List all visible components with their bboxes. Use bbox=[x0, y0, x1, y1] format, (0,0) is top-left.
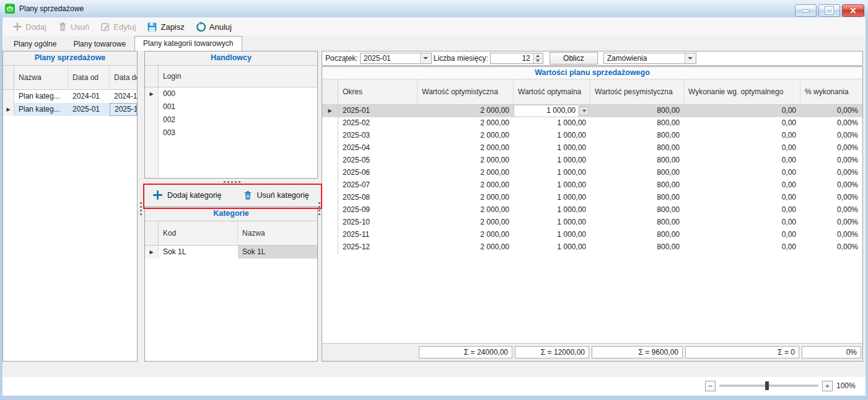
row-indicator bbox=[322, 241, 338, 254]
chevron-down-icon[interactable] bbox=[420, 53, 431, 63]
horizontal-splitter[interactable] bbox=[144, 179, 318, 185]
cell-kod: Sok 1L bbox=[159, 246, 238, 259]
cell-login: 000 bbox=[159, 87, 317, 100]
column-header-kod[interactable]: Kod bbox=[159, 221, 238, 245]
table-row[interactable]: ▶2025-012 000,001 000,00800,000,000,00% bbox=[322, 105, 862, 117]
close-button[interactable] bbox=[842, 4, 864, 17]
cell-procent: 0,00% bbox=[800, 192, 862, 204]
edit-button[interactable]: Edytuj bbox=[95, 20, 141, 33]
save-button[interactable]: Zapisz bbox=[142, 20, 189, 34]
trash-icon bbox=[243, 190, 253, 200]
months-input[interactable] bbox=[491, 53, 533, 63]
zoom-out-button[interactable]: − bbox=[705, 381, 716, 391]
source-combobox[interactable]: Zamówienia bbox=[603, 53, 696, 64]
row-indicator bbox=[145, 113, 159, 127]
table-row[interactable]: 2025-022 000,001 000,00800,000,000,00% bbox=[322, 117, 862, 130]
indicator-column-header bbox=[322, 79, 338, 104]
zoom-slider[interactable] bbox=[719, 384, 818, 387]
maximize-button[interactable] bbox=[818, 4, 840, 17]
table-row[interactable]: 2025-052 000,001 000,00800,000,000,00% bbox=[322, 154, 862, 167]
editor-dropdown-button[interactable] bbox=[579, 106, 589, 116]
cell-okres: 2025-05 bbox=[338, 154, 418, 167]
table-row[interactable]: 2025-042 000,001 000,00800,000,000,00% bbox=[322, 142, 862, 154]
spin-up-button[interactable] bbox=[533, 53, 543, 59]
table-row[interactable]: 2025-072 000,001 000,00800,000,000,00% bbox=[322, 179, 862, 192]
table-row[interactable]: 2025-032 000,001 000,00800,000,000,00% bbox=[322, 130, 862, 142]
delete-button[interactable]: Usuń bbox=[53, 20, 94, 33]
sales-plans-header: Nazwa Data od Data do bbox=[3, 66, 137, 90]
row-indicator bbox=[322, 216, 338, 229]
months-spinner[interactable] bbox=[490, 53, 543, 64]
row-indicator bbox=[322, 204, 338, 216]
cell-data-od: 2024-01 bbox=[68, 90, 110, 103]
column-header-data-do[interactable]: Data do bbox=[110, 66, 137, 89]
column-header-nazwa[interactable]: Nazwa bbox=[14, 66, 68, 89]
cell-procent: 0,00% bbox=[800, 241, 862, 254]
cell-procent: 0,00% bbox=[800, 179, 862, 192]
table-row[interactable]: 2025-092 000,001 000,00800,000,000,00% bbox=[322, 204, 862, 216]
tab-plany-towarowe[interactable]: Plany towarowe bbox=[65, 38, 134, 51]
zoom-slider-thumb[interactable] bbox=[765, 381, 769, 390]
cell-login: 001 bbox=[159, 100, 317, 113]
splitter-grip-icon bbox=[318, 202, 320, 215]
column-header-procent[interactable]: % wykonania bbox=[800, 79, 862, 104]
list-item[interactable]: ▶000 bbox=[145, 87, 317, 100]
table-row[interactable]: 2025-062 000,001 000,00800,000,000,00% bbox=[322, 167, 862, 179]
table-row[interactable]: ▶Plan kateg...2025-012025-12 bbox=[3, 103, 137, 116]
cell-optymalna-editor[interactable]: 1 000,00 bbox=[514, 105, 590, 117]
remove-category-button[interactable]: Usuń kategorię bbox=[243, 190, 309, 200]
spin-down-button[interactable] bbox=[533, 59, 543, 64]
cell-optymistyczna: 2 000,00 bbox=[418, 105, 514, 117]
column-header-login[interactable]: Login bbox=[159, 66, 317, 87]
current-row-arrow: ▶ bbox=[6, 107, 10, 112]
indicator-column-header bbox=[3, 66, 14, 89]
cell-pesymistyczna: 800,00 bbox=[590, 229, 684, 241]
chevron-down-icon[interactable] bbox=[685, 53, 696, 63]
column-header-data-od[interactable]: Data od bbox=[68, 66, 110, 89]
splitter-grip-icon bbox=[224, 181, 240, 183]
cell-optymistyczna: 2 000,00 bbox=[418, 216, 514, 229]
cell-optymistyczna: 2 000,00 bbox=[418, 179, 514, 192]
tab-plany-kategorii[interactable]: Plany kategorii towarowych bbox=[134, 36, 242, 51]
add-category-button[interactable]: Dodaj kategorię bbox=[152, 190, 222, 200]
minimize-button[interactable] bbox=[795, 4, 817, 17]
table-row[interactable]: 2025-102 000,001 000,00800,000,000,00% bbox=[322, 216, 862, 229]
categories-panel: Kategorie Kod Nazwa ▶Sok 1LSok 1L bbox=[144, 207, 318, 362]
list-item[interactable]: 001 bbox=[145, 100, 317, 113]
row-indicator bbox=[322, 229, 338, 241]
start-period-combobox[interactable]: 2025-01 bbox=[360, 53, 432, 64]
calculate-button[interactable]: Oblicz bbox=[550, 52, 598, 64]
list-item[interactable]: 002 bbox=[145, 113, 317, 127]
table-row[interactable]: 2025-082 000,001 000,00800,000,000,00% bbox=[322, 192, 862, 204]
table-row[interactable]: ▶Sok 1LSok 1L bbox=[145, 246, 317, 259]
column-header-optymalna[interactable]: Wartość optymalna bbox=[514, 79, 590, 104]
minimize-icon bbox=[802, 9, 810, 12]
column-header-pesymistyczna[interactable]: Wartość pesymistyczna bbox=[590, 79, 684, 104]
cancel-button[interactable]: Anuluj bbox=[191, 20, 237, 34]
vertical-splitter-left[interactable] bbox=[138, 51, 144, 362]
cell-login: 002 bbox=[159, 113, 317, 127]
tab-plany-ogolne[interactable]: Plany ogólne bbox=[6, 38, 64, 51]
zoom-value: 100% bbox=[836, 381, 856, 390]
summary-value: 0% bbox=[802, 346, 861, 358]
categories-panel-title: Kategorie bbox=[145, 207, 317, 221]
plan-values-panel: Wartości planu sprzedażowego Okres Warto… bbox=[322, 66, 863, 362]
cell-optymistyczna: 2 000,00 bbox=[418, 192, 514, 204]
cell-optymalna: 1 000,00 bbox=[514, 192, 590, 204]
column-header-wykonanie[interactable]: Wykonanie wg. optymalnego bbox=[684, 79, 800, 104]
add-button[interactable]: Dodaj bbox=[7, 20, 51, 33]
list-item[interactable]: 003 bbox=[145, 127, 317, 140]
indicator-column-header bbox=[145, 221, 159, 245]
table-row[interactable]: 2025-112 000,001 000,00800,000,000,00% bbox=[322, 229, 862, 241]
table-row[interactable]: Plan kateg...2024-012024-12 bbox=[3, 90, 137, 103]
column-header-nazwa[interactable]: Nazwa bbox=[238, 221, 317, 245]
cell-wykonanie: 0,00 bbox=[684, 167, 800, 179]
cell-okres: 2025-11 bbox=[338, 229, 418, 241]
salesmen-panel-title: Handlowcy bbox=[145, 51, 317, 66]
cell-pesymistyczna: 800,00 bbox=[590, 105, 684, 117]
zoom-in-button[interactable]: + bbox=[822, 381, 833, 391]
table-row[interactable]: 2025-122 000,001 000,00800,000,000,00% bbox=[322, 241, 862, 254]
cell-wykonanie: 0,00 bbox=[684, 117, 800, 130]
column-header-optymistyczna[interactable]: Wartość optymistyczna bbox=[418, 79, 514, 104]
column-header-okres[interactable]: Okres bbox=[338, 79, 418, 104]
